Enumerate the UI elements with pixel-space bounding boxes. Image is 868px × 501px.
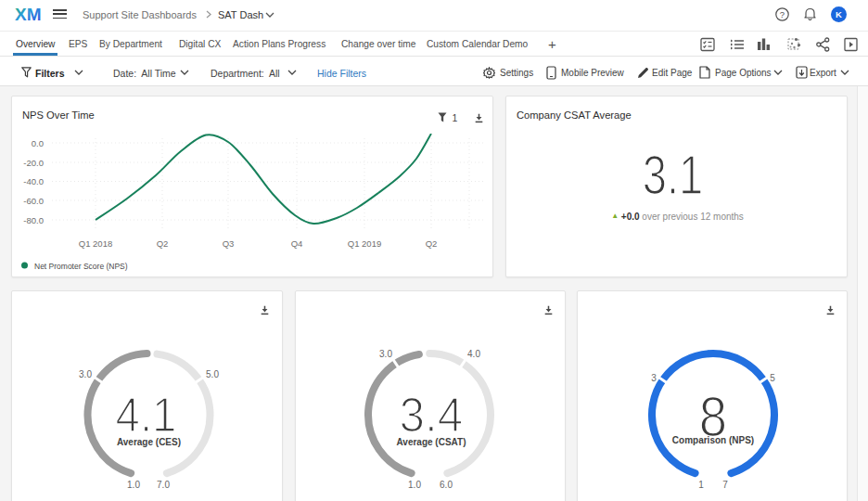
svg-text:0.0: 0.0 xyxy=(32,138,44,148)
svg-text:?: ? xyxy=(780,9,785,19)
svg-text:Q1 2019: Q1 2019 xyxy=(348,238,381,249)
svg-text:-80.0: -80.0 xyxy=(23,215,44,225)
svg-text:-60.0: -60.0 xyxy=(23,196,44,206)
svg-text:-40.0: -40.0 xyxy=(23,176,44,186)
svg-text:Net Promoter Score (NPS): Net Promoter Score (NPS) xyxy=(34,262,128,271)
svg-text:Q2: Q2 xyxy=(157,238,169,249)
svg-text:Q2: Q2 xyxy=(426,238,438,249)
svg-text:Q1 2018: Q1 2018 xyxy=(79,238,112,249)
svg-text:XM: XM xyxy=(15,6,42,24)
svg-text:Q4: Q4 xyxy=(291,238,303,249)
svg-text:1: 1 xyxy=(453,112,458,123)
svg-text:Q3: Q3 xyxy=(223,238,235,249)
svg-text:-20.0: -20.0 xyxy=(23,158,44,168)
